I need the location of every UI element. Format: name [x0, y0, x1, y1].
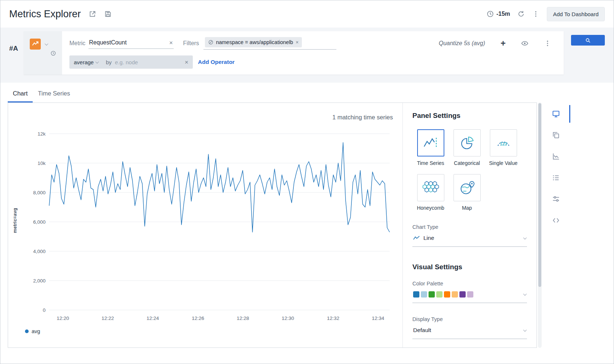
- svg-text:12:24: 12:24: [147, 316, 159, 321]
- copy-icon: [552, 131, 560, 139]
- y-axis-title: metric=avg: [12, 208, 18, 233]
- svg-text:2,000: 2,000: [33, 278, 46, 284]
- viz-type-single-value[interactable]: 123 Single Value: [485, 129, 521, 166]
- map-viz-icon: [454, 174, 481, 201]
- time-range-control[interactable]: -15m: [487, 10, 510, 18]
- plot-label: #A: [9, 44, 24, 53]
- filters-input[interactable]: namespace = aws/applicationelb ×: [203, 37, 336, 50]
- honeycomb-viz-icon: [417, 174, 444, 201]
- quantize-label: Quantize 5s (avg): [439, 40, 485, 47]
- panel-settings-title: Panel Settings: [412, 112, 527, 120]
- plot-history-icon[interactable]: [50, 50, 56, 56]
- visualization-type-grid: Time Series Categorical 123 Single Value: [412, 129, 527, 211]
- refresh-icon[interactable]: [517, 10, 525, 18]
- matching-series-label: 1 matching time series: [21, 114, 393, 122]
- kebab-menu-icon[interactable]: [532, 10, 539, 18]
- chart-type-select[interactable]: Line: [412, 230, 527, 247]
- by-label: by: [106, 59, 112, 65]
- page-title: Metrics Explorer: [9, 8, 81, 20]
- chart-options-tool[interactable]: [542, 150, 570, 163]
- search-button[interactable]: [571, 35, 605, 46]
- svg-text:12:28: 12:28: [237, 316, 249, 321]
- scrollbar[interactable]: [538, 102, 542, 348]
- add-operator-link[interactable]: Add Operator: [198, 59, 235, 65]
- svg-text:12:32: 12:32: [327, 316, 339, 321]
- eye-icon[interactable]: [521, 40, 528, 47]
- display-type-select[interactable]: Default: [412, 322, 527, 339]
- list-options-tool[interactable]: [542, 172, 570, 184]
- svg-text:0: 0: [43, 307, 46, 313]
- code-icon: [552, 216, 560, 224]
- code-view-tool[interactable]: [542, 214, 570, 227]
- list-icon: [552, 174, 560, 182]
- svg-text:12:30: 12:30: [282, 316, 294, 321]
- chevron-down-icon: [45, 42, 48, 46]
- metric-value: RequestCount: [89, 39, 127, 46]
- plot-kebab-icon[interactable]: [544, 40, 551, 47]
- tab-time-series[interactable]: Time Series: [33, 90, 75, 102]
- view-tabs: Chart Time Series: [0, 83, 614, 102]
- svg-text:123: 123: [499, 141, 507, 147]
- chart-pane: 1 matching time series metric=avg 12k10k…: [8, 103, 403, 347]
- palette-swatch: [467, 291, 473, 298]
- svg-text:4,000: 4,000: [33, 249, 46, 254]
- palette-swatch: [429, 291, 435, 298]
- chevron-down-icon: [523, 328, 527, 332]
- add-to-dashboard-button[interactable]: Add To Dashboard: [547, 7, 605, 21]
- single-value-viz-icon: 123: [490, 129, 517, 156]
- chevron-down-icon: [95, 60, 99, 64]
- chart-and-settings-panel: 1 matching time series metric=avg 12k10k…: [8, 102, 537, 348]
- svg-text:12k: 12k: [37, 131, 46, 137]
- chart-type-value: Line: [423, 235, 434, 241]
- legend-label: avg: [32, 328, 40, 334]
- remove-filter-icon[interactable]: ×: [296, 40, 299, 45]
- display-type-value: Default: [413, 327, 431, 334]
- save-icon[interactable]: [104, 10, 112, 18]
- visual-settings-title: Visual Settings: [412, 263, 527, 271]
- aggregation-value: average: [74, 59, 94, 65]
- palette-swatch: [459, 291, 466, 298]
- palette-swatch: [436, 291, 443, 298]
- palette-swatch: [452, 291, 458, 298]
- viz-type-honeycomb[interactable]: Honeycomb: [412, 174, 449, 211]
- viz-type-time-series[interactable]: Time Series: [412, 129, 449, 166]
- tune-tool[interactable]: [542, 193, 570, 205]
- add-plot-icon[interactable]: +: [501, 39, 506, 48]
- viz-type-map[interactable]: Map: [449, 174, 485, 211]
- copy-tool[interactable]: [542, 129, 570, 141]
- sliders-icon: [552, 195, 560, 203]
- filter-pill[interactable]: namespace = aws/applicationelb ×: [205, 37, 302, 47]
- share-icon[interactable]: [89, 10, 96, 18]
- svg-text:12:26: 12:26: [192, 316, 204, 321]
- line-chart[interactable]: 12k10k8,0006,0004,0002,000012:2012:2212:…: [21, 123, 393, 328]
- palette-swatch: [444, 291, 450, 298]
- aggregation-control[interactable]: average by e.g. node ×: [69, 55, 193, 69]
- svg-text:12:34: 12:34: [372, 316, 384, 321]
- time-series-viz-icon: [417, 129, 444, 156]
- legend-color-dot: [25, 329, 29, 333]
- chevron-down-icon: [523, 292, 527, 296]
- clear-metric-icon[interactable]: ×: [169, 40, 173, 46]
- metric-label: Metric: [69, 40, 86, 47]
- viz-type-categorical[interactable]: Categorical: [449, 129, 485, 166]
- tab-chart[interactable]: Chart: [8, 90, 33, 102]
- metric-input[interactable]: RequestCount ×: [89, 38, 174, 49]
- chevron-down-icon: [523, 236, 527, 239]
- palette-swatch: [413, 291, 419, 298]
- palette-swatch: [421, 291, 427, 298]
- monitor-icon: [552, 110, 560, 118]
- color-palette-select[interactable]: [412, 286, 527, 303]
- plot-type-cell[interactable]: [24, 31, 62, 75]
- color-palette-swatches: [413, 291, 473, 298]
- chart-legend[interactable]: avg: [21, 328, 393, 334]
- scrollbar-thumb[interactable]: [538, 103, 541, 287]
- remove-aggregation-icon[interactable]: ×: [185, 59, 188, 65]
- categorical-viz-icon: [454, 129, 481, 156]
- clock-icon: [487, 10, 494, 18]
- svg-text:12:22: 12:22: [102, 316, 114, 321]
- by-placeholder: e.g. node: [115, 59, 138, 65]
- svg-text:10k: 10k: [37, 161, 46, 166]
- display-view-tool[interactable]: [542, 108, 570, 120]
- exclude-icon: [208, 40, 213, 45]
- filters-label: Filters: [183, 40, 199, 47]
